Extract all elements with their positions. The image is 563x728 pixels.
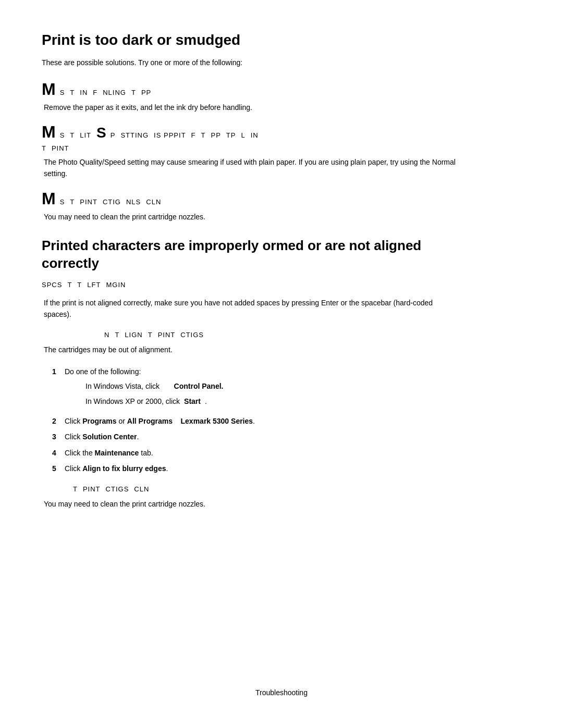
solution2-ispppit: IS PPPIT bbox=[154, 131, 186, 139]
solution2-pint: PINT bbox=[52, 144, 69, 152]
solution3-block: M S T PINT CTIG NLS CLN You may need to … bbox=[42, 190, 459, 223]
section2-sol2-heading: N T LIGN T PINT CTIGS bbox=[104, 331, 459, 339]
section2-sol2-body: The cartridges may be out of alignment. bbox=[44, 344, 459, 355]
s2s2-t: T bbox=[115, 331, 119, 339]
s2s3-cln: CLN bbox=[134, 485, 149, 493]
s2s1-t: T bbox=[67, 281, 72, 289]
solution2-heading-row: M S T LIT S P STTING IS PPPIT F T PP TP … bbox=[42, 124, 459, 140]
s2s1-t2: T bbox=[77, 281, 82, 289]
s2s2-t2: T bbox=[148, 331, 153, 339]
start-label: Start bbox=[184, 396, 201, 407]
solution3-body: You may need to clean the print cartridg… bbox=[44, 211, 459, 223]
solution2-tp: TP bbox=[226, 131, 236, 139]
section2-sol3-heading: T PINT CTIGS CLN bbox=[73, 485, 459, 493]
step3-text: Click Solution Center. bbox=[65, 431, 139, 442]
solution2-t: T bbox=[70, 131, 75, 139]
solution3-s: S bbox=[60, 198, 65, 206]
solution2-l: L bbox=[241, 131, 245, 139]
solution1-heading-in: IN bbox=[80, 89, 88, 96]
s2s1-spcs: SPCS bbox=[42, 281, 62, 289]
solution2-body: The Photo Quality/Speed setting may caus… bbox=[44, 156, 459, 180]
solution3-t: T bbox=[70, 198, 75, 206]
solution2-p: P bbox=[111, 131, 116, 139]
solution2-stting: STTING bbox=[120, 131, 149, 139]
footer-text: Troubleshooting bbox=[255, 688, 308, 697]
section2-sol1-body: If the print is not aligned correctly, m… bbox=[44, 297, 459, 320]
step5-text: Click Align to fix blurry edges. bbox=[65, 463, 168, 474]
step4-num: 4 bbox=[52, 447, 60, 459]
solution2-t2: T bbox=[201, 131, 206, 139]
s2s3-pint: PINT bbox=[83, 485, 101, 493]
bullet-vista: In Windows Vista, click Control Panel. bbox=[85, 380, 223, 392]
step1-bullets: In Windows Vista, click Control Panel. I… bbox=[85, 380, 223, 407]
section2-solution1-block: SPCS T T LFT MGIN If the print is not al… bbox=[42, 281, 459, 320]
solution1-heading-f: F bbox=[93, 89, 97, 96]
step1-text: Do one of the following: In Windows Vist… bbox=[65, 366, 223, 411]
solution1-block: M S T IN F NLING T PP Remove the paper a… bbox=[42, 81, 459, 113]
solution2-s-large: S bbox=[96, 126, 106, 140]
s2s1-lft: LFT bbox=[87, 281, 101, 289]
step-3: 3 Click Solution Center. bbox=[52, 431, 459, 442]
step1-num: 1 bbox=[52, 366, 60, 377]
s2s2-lign: LIGN bbox=[125, 331, 142, 339]
solution3-pint: PINT bbox=[80, 198, 97, 206]
solution1-heading-s: S bbox=[60, 89, 65, 96]
step-5: 5 Click Align to fix blurry edges. bbox=[52, 463, 459, 474]
solution3-nls: NLS bbox=[126, 198, 141, 206]
solution2-pp: PP bbox=[211, 131, 221, 139]
section2-sol1-heading: SPCS T T LFT MGIN bbox=[42, 281, 459, 289]
step5-num: 5 bbox=[52, 463, 60, 474]
bullet-xp: In Windows XP or 2000, click Start. bbox=[85, 396, 223, 407]
step2-num: 2 bbox=[52, 415, 60, 427]
s2s2-pint: PINT bbox=[158, 331, 176, 339]
section1-intro: These are possible solutions. Try one or… bbox=[42, 57, 459, 68]
solution1-heading-t2: T bbox=[131, 89, 136, 96]
section2-solution3-block: T PINT CTIGS CLN You may need to clean t… bbox=[42, 485, 459, 510]
step4-text: Click the Maintenance tab. bbox=[65, 447, 153, 459]
solution3-heading-row: M S T PINT CTIG NLS CLN bbox=[42, 190, 459, 207]
step-2: 2 Click Programs or All Programs Lexmark… bbox=[52, 415, 459, 427]
solution2-t3: T bbox=[42, 144, 46, 152]
s2s3-t: T bbox=[73, 485, 78, 493]
s2s2-ctigs: CTIGS bbox=[180, 331, 204, 339]
steps-list: 1 Do one of the following: In Windows Vi… bbox=[52, 366, 459, 475]
solution2-heading-large: M bbox=[42, 124, 56, 140]
step-4: 4 Click the Maintenance tab. bbox=[52, 447, 459, 459]
step3-num: 3 bbox=[52, 431, 60, 442]
solution3-heading-large: M bbox=[42, 190, 56, 207]
solution1-heading-t: T bbox=[70, 89, 75, 96]
section2-sol3-body: You may need to clean the print cartridg… bbox=[44, 498, 459, 510]
solution1-heading-row: M S T IN F NLING T PP bbox=[42, 81, 459, 97]
s2s3-ctigs: CTIGS bbox=[106, 485, 129, 493]
control-panel-label: Control Panel. bbox=[174, 380, 224, 392]
solution1-heading-large: M bbox=[42, 81, 56, 97]
step2-text: Click Programs or All Programs Lexmark 5… bbox=[65, 415, 255, 427]
solution2-s: S bbox=[60, 131, 65, 139]
section1-title: Print is too dark or smudged bbox=[42, 31, 459, 49]
section2-title: Printed characters are improperly ormed … bbox=[42, 237, 459, 273]
step-1: 1 Do one of the following: In Windows Vi… bbox=[52, 366, 459, 411]
solution3-cln: CLN bbox=[146, 198, 161, 206]
s2s1-mgin: MGIN bbox=[106, 281, 126, 289]
solution2-lit: LIT bbox=[80, 131, 91, 139]
solution1-heading-nling: NLING bbox=[103, 89, 126, 96]
solution1-body: Remove the paper as it exits, and let th… bbox=[44, 102, 459, 113]
s2s2-n: N bbox=[104, 331, 109, 339]
solution3-ctig: CTIG bbox=[103, 198, 121, 206]
section2-solution2-block: N T LIGN T PINT CTIGS The cartridges may… bbox=[42, 331, 459, 475]
solution1-heading-pp: PP bbox=[141, 89, 151, 96]
solution2-in: IN bbox=[251, 131, 259, 139]
solution2-f: F bbox=[191, 131, 196, 139]
solution2-block: M S T LIT S P STTING IS PPPIT F T PP TP … bbox=[42, 124, 459, 180]
solution2-heading-row2: T PINT bbox=[42, 144, 459, 152]
